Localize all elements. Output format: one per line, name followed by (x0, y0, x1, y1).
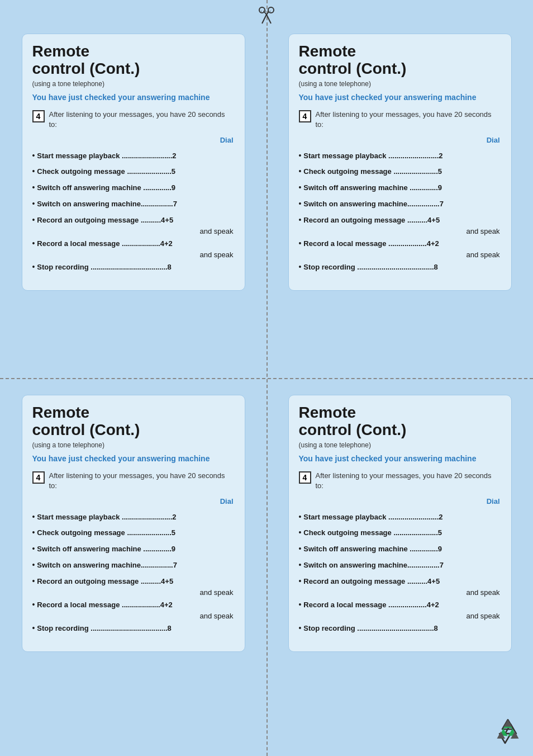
step-number: 4 (32, 471, 45, 484)
page: Remote control (Cont.) (using a tone tel… (0, 0, 533, 756)
svg-line-5 (266, 15, 271, 23)
card-bottom-left: Remote control (Cont.) (using a tone tel… (22, 395, 245, 652)
step-box: 4 After listening to your messages, you … (32, 110, 235, 130)
list-item: Switch off answering machine ...........… (299, 541, 501, 557)
card-title: Remote control (Cont.) (32, 404, 235, 439)
list-item: Switch off answering machine ...........… (299, 179, 501, 196)
intro-text: You have just checked your answering mac… (299, 453, 501, 465)
list-item: Record an outgoing message ..........4+5 (299, 573, 501, 589)
card-subtitle: (using a tone telephone) (299, 441, 501, 449)
and-speak: and speak (299, 612, 501, 620)
svg-line-4 (262, 15, 266, 23)
menu-list: Start message playback .................… (299, 148, 501, 275)
and-speak: and speak (299, 588, 501, 597)
list-item: Record an outgoing message ..........4+5 (32, 212, 235, 228)
list-item: Record a local message .................… (32, 597, 235, 613)
list-item: Stop recording .........................… (32, 620, 235, 636)
list-item: Check outgoing message .................… (299, 163, 501, 179)
panel-top-left: Remote control (Cont.) (using a tone tel… (0, 0, 266, 378)
menu-list: Start message playback .................… (299, 509, 501, 636)
step-box: 4 After listening to your messages, you … (299, 110, 501, 130)
and-speak: and speak (299, 251, 501, 259)
and-speak: and speak (32, 227, 235, 235)
and-speak: and speak (32, 251, 235, 259)
list-item: Stop recording .........................… (32, 259, 235, 275)
list-item: Switch on answering machine.............… (299, 196, 501, 212)
step-number: 4 (299, 110, 311, 122)
card-subtitle: (using a tone telephone) (32, 80, 235, 88)
intro-text: You have just checked your answering mac… (32, 92, 235, 103)
menu-list: Start message playback .................… (32, 148, 235, 275)
step-text: After listening to your messages, you ha… (316, 110, 501, 130)
intro-text: You have just checked your answering mac… (32, 453, 235, 465)
dial-label: Dial (32, 497, 235, 505)
list-item: Switch off answering machine ...........… (32, 179, 235, 196)
card-subtitle: (using a tone telephone) (299, 80, 501, 88)
list-item: Stop recording .........................… (299, 620, 501, 636)
card-bottom-right: Remote control (Cont.) (using a tone tel… (288, 395, 512, 652)
list-item: Switch on answering machine.............… (32, 557, 235, 573)
list-item: Check outgoing message .................… (32, 525, 235, 541)
and-speak: and speak (32, 612, 235, 620)
dial-label: Dial (299, 136, 501, 144)
step-text: After listening to your messages, you ha… (316, 471, 501, 491)
list-item: Check outgoing message .................… (299, 525, 501, 541)
card-top-right: Remote control (Cont.) (using a tone tel… (288, 34, 512, 291)
step-box: 4 After listening to your messages, you … (299, 471, 501, 491)
panel-bottom-right: Remote control (Cont.) (using a tone tel… (266, 378, 533, 756)
list-item: Record a local message .................… (299, 235, 501, 252)
list-item: Record an outgoing message ..........4+5 (299, 212, 501, 228)
and-speak: and speak (32, 588, 235, 597)
card-title: Remote control (Cont.) (299, 43, 501, 78)
step-box: 4 After listening to your messages, you … (32, 471, 235, 491)
dial-label: Dial (299, 497, 501, 505)
card-title: Remote control (Cont.) (32, 43, 235, 78)
and-speak: and speak (299, 227, 501, 235)
svg-line-3 (266, 12, 269, 15)
intro-text: You have just checked your answering mac… (299, 92, 501, 103)
list-item: Start message playback .................… (32, 509, 235, 525)
card-top-left: Remote control (Cont.) (using a tone tel… (22, 34, 245, 291)
step-number: 4 (32, 110, 45, 122)
step-number: 4 (299, 471, 311, 484)
card-title: Remote control (Cont.) (299, 404, 501, 439)
list-item: Record an outgoing message ..........4+5 (32, 573, 235, 589)
list-item: Stop recording .........................… (299, 259, 501, 275)
recycle-icon (494, 717, 522, 745)
step-text: After listening to your messages, you ha… (49, 471, 235, 491)
card-subtitle: (using a tone telephone) (32, 441, 235, 449)
list-item: Start message playback .................… (299, 148, 501, 164)
panels-grid: Remote control (Cont.) (using a tone tel… (0, 0, 533, 756)
menu-list: Start message playback .................… (32, 509, 235, 636)
list-item: Switch on answering machine.............… (299, 557, 501, 573)
panel-bottom-left: Remote control (Cont.) (using a tone tel… (0, 378, 266, 756)
list-item: Check outgoing message .................… (32, 163, 235, 179)
step-text: After listening to your messages, you ha… (49, 110, 235, 130)
dial-label: Dial (32, 136, 235, 144)
panel-top-right: Remote control (Cont.) (using a tone tel… (266, 0, 533, 378)
list-item: Record a local message .................… (32, 235, 235, 252)
list-item: Start message playback .................… (299, 509, 501, 525)
scissors-icon (256, 4, 277, 27)
list-item: Switch on answering machine.............… (32, 196, 235, 212)
list-item: Switch off answering machine ...........… (32, 541, 235, 557)
list-item: Record a local message .................… (299, 597, 501, 613)
list-item: Start message playback .................… (32, 148, 235, 164)
scissors-decoration (256, 4, 277, 27)
